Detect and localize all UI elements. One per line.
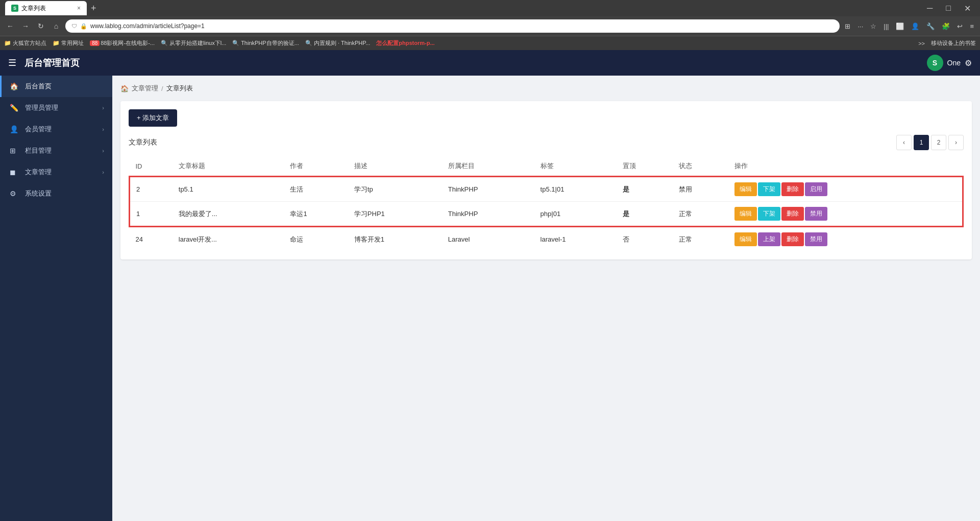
- sidebar-toggle-button[interactable]: ☰: [8, 57, 16, 68]
- close-window-button[interactable]: ✕: [960, 2, 975, 15]
- pagination: ‹ 1 2 ›: [896, 135, 964, 150]
- table-title: 文章列表: [129, 138, 157, 147]
- home-button[interactable]: ⌂: [50, 20, 62, 32]
- chevron-right-icon-3: ›: [102, 148, 104, 154]
- browser-chrome: S 文章列表 × + ─ □ ✕: [0, 0, 980, 16]
- tab-close[interactable]: ×: [77, 5, 81, 12]
- avatar: S: [927, 55, 943, 71]
- search-icon[interactable]: ⊞: [843, 21, 852, 31]
- cell-title: 我的最爱了...: [173, 202, 284, 227]
- cell-author: 幸运1: [284, 202, 348, 227]
- sidebar-item-column[interactable]: ⊞ 栏目管理 ›: [0, 140, 112, 161]
- reload-button[interactable]: ↻: [35, 20, 47, 32]
- chevron-right-icon: ›: [102, 105, 104, 111]
- browser-tab[interactable]: S 文章列表 ×: [5, 1, 87, 15]
- back-button[interactable]: ←: [4, 20, 16, 32]
- table-row: 24 laravel开发... 命运 博客开发1 Laravel laravel…: [130, 227, 963, 252]
- settings-icon[interactable]: ⚙: [965, 58, 972, 68]
- sidebar-item-home-label: 后台首页: [25, 82, 104, 91]
- more-bookmarks-button[interactable]: >>: [918, 40, 925, 46]
- prev-page-button[interactable]: ‹: [896, 135, 912, 150]
- cell-id: 1: [130, 202, 173, 227]
- extensions-icon[interactable]: 🔧: [924, 21, 937, 31]
- cell-tags: php|01: [534, 202, 617, 227]
- cell-actions: 编辑下架删除禁用: [728, 202, 963, 227]
- edit-button[interactable]: 编辑: [734, 182, 757, 196]
- enable-button[interactable]: 启用: [805, 182, 827, 196]
- chevron-right-icon-4: ›: [102, 169, 104, 175]
- column-icon: ⊞: [10, 147, 20, 155]
- offshelf-button[interactable]: 下架: [758, 182, 780, 196]
- cell-status: 正常: [673, 227, 729, 252]
- go-back-icon[interactable]: ↩: [955, 21, 965, 31]
- member-icon: 👤: [10, 125, 20, 133]
- sidebar-item-admin[interactable]: ✏️ 管理员管理 ›: [0, 97, 112, 119]
- add-article-button[interactable]: + 添加文章: [129, 109, 177, 127]
- next-page-button[interactable]: ›: [948, 135, 964, 150]
- bookmark-thinkphp-validate[interactable]: 🔍 ThinkPHP自带的验证...: [232, 39, 299, 47]
- addon-icon[interactable]: 🧩: [940, 21, 952, 31]
- delete-button[interactable]: 删除: [781, 232, 804, 246]
- bookmark-firefox[interactable]: 📁 火狐官方站点: [4, 39, 46, 47]
- cell-top: 是: [617, 177, 673, 202]
- onshelf-button[interactable]: 上架: [758, 232, 780, 246]
- lock-icon: 🔒: [80, 23, 87, 30]
- container-icon[interactable]: ⬜: [894, 21, 906, 31]
- breadcrumb: 🏠 文章管理 / 文章列表: [120, 84, 972, 93]
- table-header-row: 文章列表 ‹ 1 2 ›: [129, 135, 964, 150]
- cell-title: tp5.1: [173, 177, 284, 202]
- sidebar-item-admin-label: 管理员管理: [25, 103, 102, 112]
- disable-button[interactable]: 禁用: [805, 232, 827, 246]
- mobile-bookmarks[interactable]: 移动设备上的书签: [931, 39, 976, 47]
- sidebar-item-settings[interactable]: ⚙ 系统设置: [0, 183, 112, 204]
- bookmark-phpstorm[interactable]: 怎么配置phpstorm-p...: [376, 39, 434, 47]
- star-icon[interactable]: ☆: [868, 21, 878, 31]
- sidebar-item-column-label: 栏目管理: [25, 146, 102, 155]
- app-title: 后台管理首页: [24, 57, 927, 69]
- bookmark-thinkphp-rules[interactable]: 🔍 内置规则 · ThinkPHP...: [305, 39, 371, 47]
- bookmark-common[interactable]: 📁 常用网址: [53, 39, 84, 47]
- sidebar-item-settings-label: 系统设置: [25, 189, 104, 198]
- cell-status: 禁用: [673, 177, 729, 202]
- sidebar-item-home[interactable]: 🏠 后台首页: [0, 76, 112, 97]
- delete-button[interactable]: 删除: [781, 207, 804, 221]
- maximize-button[interactable]: □: [942, 2, 955, 15]
- page-2-button[interactable]: 2: [931, 135, 946, 150]
- disable-button[interactable]: 禁用: [805, 207, 827, 221]
- delete-button[interactable]: 删除: [781, 182, 804, 196]
- minimize-button[interactable]: ─: [923, 2, 937, 15]
- sidebar-item-member[interactable]: 👤 会员管理 ›: [0, 119, 112, 140]
- edit-button[interactable]: 编辑: [734, 232, 757, 246]
- more-icon[interactable]: ···: [855, 21, 865, 31]
- edit-button[interactable]: 编辑: [734, 207, 757, 221]
- article-icon: ◼: [10, 168, 20, 176]
- sidebar: 🏠 后台首页 ✏️ 管理员管理 › 👤 会员管理 › ⊞ 栏目管理 › ◼ 文章…: [0, 76, 112, 521]
- forward-button[interactable]: →: [19, 20, 32, 32]
- page-1-button[interactable]: 1: [914, 135, 929, 150]
- app-container: ☰ 后台管理首页 S One ⚙ 🏠 后台首页 ✏️ 管理员管理 › 👤 会员管…: [0, 50, 980, 521]
- cell-tags: laravel-1: [534, 227, 617, 252]
- cell-id: 24: [130, 227, 173, 252]
- breadcrumb-article-manage[interactable]: 文章管理: [132, 84, 158, 93]
- breadcrumb-current: 文章列表: [166, 84, 193, 93]
- article-table: ID 文章标题 作者 描述 所属栏目 标签 置顶 状态 操作 2 t: [129, 156, 964, 251]
- cell-desc: 学习tp: [348, 177, 442, 202]
- profile-icon[interactable]: 👤: [909, 21, 921, 31]
- sidebar-item-article[interactable]: ◼ 文章管理 ›: [0, 161, 112, 183]
- library-icon[interactable]: |||: [881, 21, 891, 31]
- table-header: ID 文章标题 作者 描述 所属栏目 标签 置顶 状态 操作: [130, 156, 963, 177]
- table-row: 2 tp5.1 生活 学习tp ThinkPHP tp5.1|01 是 禁用 编…: [130, 177, 963, 202]
- new-tab-button[interactable]: +: [91, 3, 96, 14]
- shield-icon: 🛡: [71, 23, 77, 29]
- bookmark-linux[interactable]: 🔍 从零开始搭建linux下l...: [161, 39, 226, 47]
- main-content: 🏠 文章管理 / 文章列表 + 添加文章 文章列表 ‹ 1 2 ›: [112, 76, 980, 521]
- col-author: 作者: [284, 156, 348, 177]
- bookmark-88tv[interactable]: 8888影视网-在线电影-...: [90, 39, 155, 47]
- address-bar[interactable]: 🛡 🔒 www.lablog.com/admin/articleList?pag…: [65, 19, 840, 33]
- cell-desc: 学习PHP1: [348, 202, 442, 227]
- col-desc: 描述: [348, 156, 442, 177]
- hamburger-icon[interactable]: ≡: [968, 21, 976, 31]
- cell-category: ThinkPHP: [442, 177, 534, 202]
- breadcrumb-separator: /: [161, 85, 163, 92]
- offshelf-button[interactable]: 下架: [758, 207, 780, 221]
